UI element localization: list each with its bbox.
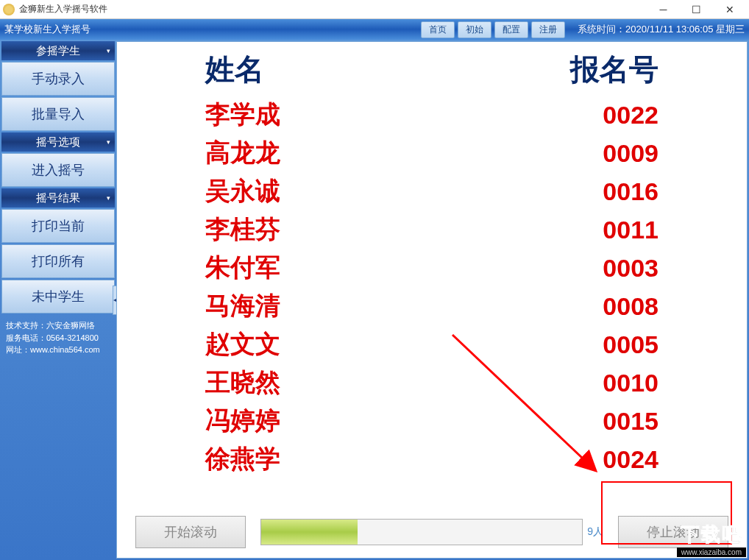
system-time: 系统时间：2020/11/11 13:06:05 星期三	[578, 23, 745, 36]
support-info: 技术支持：六安金狮网络 服务电话：0564-3214800 网址：www.chi…	[1, 315, 115, 361]
progress-wrap: 9人	[260, 519, 603, 545]
cell-name: 吴永诚	[205, 174, 280, 208]
watermark-url: www.xiazaiba.com	[677, 547, 746, 557]
cell-name: 高龙龙	[205, 136, 280, 170]
progress-bar	[260, 519, 583, 545]
chevron-down-icon: ▾	[107, 194, 110, 202]
sidebar-btn-print-all[interactable]: 打印所有	[1, 244, 115, 278]
table-row: 朱付军0003	[146, 249, 717, 287]
chevron-down-icon: ▾	[107, 138, 110, 146]
content-panel: ◂ 姓名 报名号 李学成0022高龙龙0009吴永诚0016李桂芬0011朱付军…	[116, 41, 748, 559]
cell-number: 0010	[603, 369, 659, 397]
cell-number: 0016	[603, 177, 659, 206]
col-header-name: 姓名	[205, 49, 264, 90]
cell-number: 0005	[603, 330, 659, 359]
cell-name: 徐燕学	[205, 442, 280, 476]
sidebar-btn-unselected[interactable]: 未中学生	[1, 280, 115, 313]
cell-name: 王晓然	[205, 366, 280, 400]
support-url: 网址：www.china564.com	[6, 344, 110, 356]
chevron-down-icon: ▾	[107, 47, 110, 54]
window-title: 金狮新生入学摇号软件	[19, 3, 647, 15]
menu-init[interactable]: 初始	[458, 21, 491, 38]
table-row: 吴永诚0016	[146, 172, 717, 210]
bottom-controls: 开始滚动 9人 停止滚动	[117, 506, 747, 558]
table-row: 李学成0022	[146, 96, 717, 134]
table-row: 李桂芬0011	[146, 210, 717, 249]
cell-number: 0008	[603, 292, 659, 321]
sidebar-header-lottery-results[interactable]: 摇号结果▾	[1, 188, 115, 208]
cell-number: 0015	[603, 407, 659, 436]
window-controls: ─ ☐ ✕	[647, 1, 746, 18]
cell-name: 赵文文	[205, 327, 280, 361]
col-header-number: 报名号	[570, 49, 659, 90]
progress-fill	[261, 520, 358, 545]
cell-number: 0003	[603, 254, 659, 283]
cell-number: 0009	[603, 139, 659, 168]
table-header: 姓名 报名号	[146, 49, 717, 90]
menu-home[interactable]: 首页	[421, 21, 455, 38]
sidebar-header-students[interactable]: 参摇学生▾	[1, 41, 115, 60]
watermark-text: 下载吧	[677, 522, 746, 547]
cell-number: 0011	[603, 216, 659, 244]
sidebar-collapse-handle[interactable]: ◂	[113, 286, 117, 315]
table-row: 冯婷婷0015	[146, 402, 717, 440]
cell-number: 0024	[603, 445, 659, 474]
menu-register[interactable]: 注册	[531, 21, 565, 38]
main-area: 参摇学生▾ 手动录入 批量导入 摇号选项▾ 进入摇号 摇号结果▾ 打印当前 打印…	[0, 40, 749, 560]
table-row: 马海清0008	[146, 287, 717, 325]
cell-number: 0022	[603, 101, 659, 130]
table-row: 徐燕学0024	[146, 440, 717, 478]
titlebar: 金狮新生入学摇号软件 ─ ☐ ✕	[0, 0, 749, 19]
sidebar-btn-print-current[interactable]: 打印当前	[1, 209, 115, 243]
sidebar-header-lottery-options[interactable]: 摇号选项▾	[1, 132, 115, 152]
app-subtitle: 某学校新生入学摇号	[4, 23, 419, 36]
minimize-button[interactable]: ─	[647, 1, 680, 18]
support-company: 技术支持：六安金狮网络	[6, 319, 110, 332]
cell-name: 李桂芬	[205, 213, 280, 247]
sidebar: 参摇学生▾ 手动录入 批量导入 摇号选项▾ 进入摇号 摇号结果▾ 打印当前 打印…	[0, 40, 116, 560]
results-table: 姓名 报名号 李学成0022高龙龙0009吴永诚0016李桂芬0011朱付军00…	[117, 42, 747, 506]
watermark: 下载吧 www.xiazaiba.com	[677, 522, 746, 557]
sidebar-btn-enter-lottery[interactable]: 进入摇号	[1, 153, 115, 187]
cell-name: 朱付军	[205, 251, 280, 285]
support-phone: 服务电话：0564-3214800	[6, 332, 110, 344]
table-row: 赵文文0005	[146, 325, 717, 364]
close-button[interactable]: ✕	[713, 1, 746, 18]
app-icon	[3, 4, 15, 15]
cell-name: 李学成	[205, 98, 280, 132]
table-row: 王晓然0010	[146, 364, 717, 402]
progress-label: 9人	[587, 525, 603, 539]
table-row: 高龙龙0009	[146, 134, 717, 172]
menu-config[interactable]: 配置	[494, 21, 528, 38]
sidebar-btn-batch-import[interactable]: 批量导入	[1, 97, 115, 131]
start-scroll-button[interactable]: 开始滚动	[135, 516, 246, 548]
cell-name: 冯婷婷	[205, 404, 280, 438]
cell-name: 马海清	[205, 289, 280, 323]
table-body: 李学成0022高龙龙0009吴永诚0016李桂芬0011朱付军0003马海清00…	[146, 96, 717, 478]
maximize-button[interactable]: ☐	[680, 1, 713, 18]
sidebar-btn-manual-entry[interactable]: 手动录入	[1, 62, 115, 96]
menubar: 某学校新生入学摇号 首页 初始 配置 注册 系统时间：2020/11/11 13…	[0, 19, 749, 40]
